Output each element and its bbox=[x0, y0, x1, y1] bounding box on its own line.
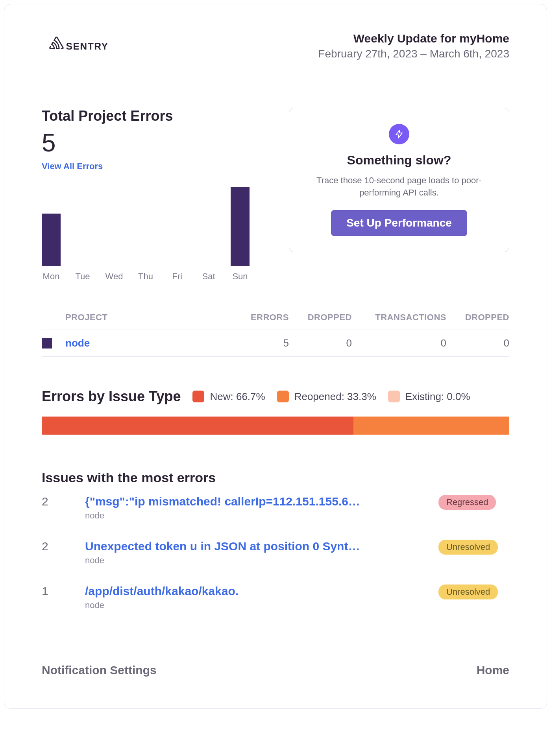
lightning-icon bbox=[389, 124, 409, 144]
status-badge: Regressed bbox=[438, 495, 496, 510]
promo-desc: Trace those 10-second page loads to poor… bbox=[301, 175, 497, 199]
legend-new-label: New: 66.7% bbox=[210, 391, 265, 403]
issue-row: 1/app/dist/auth/kakao/kakao.nodeUnresolv… bbox=[42, 575, 509, 620]
issue-count: 2 bbox=[42, 540, 77, 553]
bar-slot: Sun bbox=[231, 187, 250, 282]
cell-dropped-errors: 0 bbox=[289, 337, 352, 349]
bar-slot: Fri bbox=[168, 187, 187, 282]
project-table: PROJECT ERRORS DROPPED TRANSACTIONS DROP… bbox=[42, 305, 509, 357]
issue-count: 1 bbox=[42, 585, 77, 598]
total-errors-title: Total Project Errors bbox=[42, 108, 269, 124]
bar-label: Wed bbox=[105, 271, 123, 282]
svg-text:SENTRY: SENTRY bbox=[66, 41, 108, 52]
bar-slot: Mon bbox=[42, 187, 61, 282]
col-transactions: TRANSACTIONS bbox=[352, 312, 446, 323]
project-link[interactable]: node bbox=[65, 337, 230, 349]
bar-slot: Wed bbox=[105, 187, 124, 282]
brand-logo: SENTRY bbox=[42, 37, 120, 55]
bar-label: Mon bbox=[43, 271, 60, 282]
header-title: Weekly Update for myHome bbox=[318, 32, 509, 45]
issue-link[interactable]: /app/dist/auth/kakao/kakao. bbox=[85, 585, 431, 598]
errors-bar-chart: MonTueWedThuFriSatSun bbox=[42, 187, 269, 282]
bar-fill bbox=[42, 214, 61, 266]
header: SENTRY Weekly Update for myHome February… bbox=[4, 4, 547, 84]
cell-transactions: 0 bbox=[352, 337, 446, 349]
legend-reopened: Reopened: 33.3% bbox=[277, 391, 376, 403]
issue-project: node bbox=[85, 511, 431, 521]
status-badge: Unresolved bbox=[438, 540, 498, 555]
col-dropped-tx: DROPPED bbox=[446, 312, 509, 323]
col-project: PROJECT bbox=[65, 312, 230, 323]
home-link[interactable]: Home bbox=[477, 664, 509, 677]
col-dropped-errors: DROPPED bbox=[289, 312, 352, 323]
swatch-new-icon bbox=[192, 391, 204, 402]
bar-fill bbox=[231, 187, 250, 266]
table-row: node5000 bbox=[42, 330, 509, 357]
issue-link[interactable]: {"msg":"ip mismatched! callerIp=112.151.… bbox=[85, 495, 431, 508]
issue-row: 2{"msg":"ip mismatched! callerIp=112.151… bbox=[42, 485, 509, 530]
stacked-segment bbox=[353, 417, 509, 435]
issue-type-title: Errors by Issue Type bbox=[42, 388, 181, 405]
legend-reopened-label: Reopened: 33.3% bbox=[294, 391, 376, 403]
header-date-range: February 27th, 2023 – March 6th, 2023 bbox=[318, 48, 509, 60]
view-all-errors-link[interactable]: View All Errors bbox=[42, 161, 103, 171]
status-badge: Unresolved bbox=[438, 585, 498, 599]
legend-existing: Existing: 0.0% bbox=[388, 391, 470, 403]
bar-slot: Tue bbox=[73, 187, 92, 282]
performance-promo: Something slow? Trace those 10-second pa… bbox=[289, 108, 509, 252]
swatch-existing-icon bbox=[388, 391, 400, 402]
legend-new: New: 66.7% bbox=[192, 391, 265, 403]
issue-type-bar bbox=[42, 417, 509, 435]
bar-label: Sun bbox=[232, 271, 248, 282]
sentry-icon: SENTRY bbox=[42, 37, 120, 55]
issue-count: 2 bbox=[42, 495, 77, 508]
bar-label: Thu bbox=[138, 271, 153, 282]
stacked-segment bbox=[42, 417, 353, 435]
issues-list-title: Issues with the most errors bbox=[42, 470, 509, 485]
issue-project: node bbox=[85, 555, 431, 566]
swatch-reopened-icon bbox=[277, 391, 289, 402]
cell-errors: 5 bbox=[230, 337, 289, 349]
issue-project: node bbox=[85, 600, 431, 610]
cell-dropped-tx: 0 bbox=[446, 337, 509, 349]
legend-existing-label: Existing: 0.0% bbox=[405, 391, 470, 403]
promo-title: Something slow? bbox=[301, 153, 497, 168]
notification-settings-link[interactable]: Notification Settings bbox=[42, 664, 157, 677]
bar-label: Tue bbox=[75, 271, 90, 282]
col-errors: ERRORS bbox=[230, 312, 289, 323]
issue-link[interactable]: Unexpected token u in JSON at position 0… bbox=[85, 540, 431, 553]
bar-slot: Thu bbox=[136, 187, 155, 282]
bar-label: Sat bbox=[202, 271, 215, 282]
total-errors-value: 5 bbox=[42, 128, 269, 157]
issue-row: 2Unexpected token u in JSON at position … bbox=[42, 530, 509, 575]
bar-label: Fri bbox=[172, 271, 182, 282]
project-swatch-icon bbox=[42, 338, 52, 348]
setup-performance-button[interactable]: Set Up Performance bbox=[331, 210, 467, 236]
bar-slot: Sat bbox=[199, 187, 218, 282]
